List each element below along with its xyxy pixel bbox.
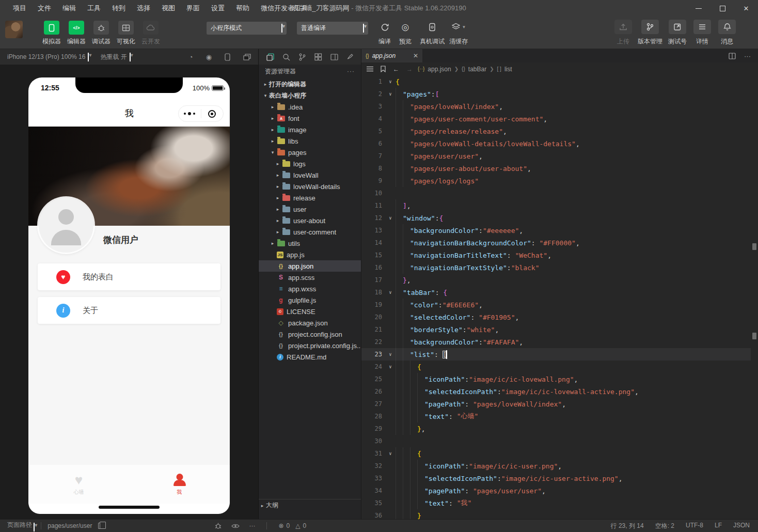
code-line-2[interactable]: 2∨"pages":[	[361, 88, 751, 100]
compile-dropdown[interactable]: 普通编译▼	[297, 22, 368, 35]
git-icon[interactable]	[297, 52, 307, 62]
menu-item-8[interactable]: 界面	[181, 0, 206, 17]
back-icon[interactable]: ←	[393, 66, 399, 73]
forward-icon[interactable]: →	[406, 66, 413, 73]
tree-item--[interactable]: ▾表白墙小程序	[259, 90, 361, 101]
test-account-button[interactable]	[669, 20, 686, 34]
chevron-right-icon[interactable]: ▸	[269, 241, 276, 246]
chevron-right-icon[interactable]: ▸	[274, 207, 281, 212]
tree-item-user-about[interactable]: ▸user-about	[259, 215, 361, 226]
editor-button[interactable]: </>	[69, 21, 84, 35]
code-line-25[interactable]: 25"iconPath":"image/ic/ic-lovewall.png",	[361, 373, 751, 385]
problems-indicator[interactable]: ⊗0 △0	[278, 522, 306, 529]
code-line-4[interactable]: 4"pages/user-comment/user-comment",	[361, 113, 751, 125]
tree-item-logs[interactable]: ▸logs	[259, 158, 361, 169]
menu-item-1[interactable]: 项目	[7, 0, 32, 17]
outline-section[interactable]: ▸ 大纲	[259, 499, 361, 511]
minimize-button[interactable]	[687, 0, 710, 17]
code-line-35[interactable]: 35"text": "我"	[361, 497, 751, 509]
code-line-26[interactable]: 26"selectedIconPath":"image/ic/ic-lovewa…	[361, 385, 751, 398]
details-button[interactable]	[693, 20, 711, 34]
code-line-7[interactable]: 7"pages/user/user",	[361, 150, 751, 162]
menu-item-7[interactable]: 视图	[156, 0, 181, 17]
hot-reload-toggle[interactable]: 热重载 开▼	[100, 53, 130, 61]
search-icon[interactable]	[281, 52, 291, 62]
close-button[interactable]: ✕	[734, 0, 758, 17]
copy-icon[interactable]	[98, 523, 103, 529]
debugger-button[interactable]	[93, 21, 109, 35]
split-editor-icon[interactable]	[729, 53, 736, 59]
chevron-down-icon[interactable]: ▾	[269, 150, 276, 155]
chevron-right-icon[interactable]: ▸	[269, 116, 276, 121]
chevron-down-icon[interactable]: ▾	[262, 93, 269, 98]
remote-debug-button[interactable]	[423, 20, 441, 34]
code-line-36[interactable]: 36}	[361, 509, 751, 519]
editor-layout-icon[interactable]	[329, 52, 339, 62]
clear-cache-button[interactable]: ▼	[450, 20, 467, 34]
status-encoding[interactable]: UTF-8	[686, 522, 703, 530]
tree-item-font[interactable]: ▸Afont	[259, 113, 361, 124]
mode-dropdown[interactable]: 小程序模式▼	[207, 22, 287, 35]
code-line-23[interactable]: 23∨"list": [	[361, 348, 751, 361]
menu-item-9[interactable]: 设置	[206, 0, 230, 17]
menu-item-6[interactable]: 选择	[131, 0, 156, 17]
fold-chevron-icon[interactable]: ∨	[385, 79, 396, 84]
version-control-button[interactable]	[641, 20, 659, 34]
code-line-31[interactable]: 31∨{	[361, 447, 751, 460]
code-line-8[interactable]: 8"pages/user-about/user-about",	[361, 162, 751, 175]
tree-item-user-comment[interactable]: ▸user-comment	[259, 226, 361, 238]
code-line-12[interactable]: 12∨"window":{	[361, 212, 751, 224]
code-line-13[interactable]: 13"backgroundColor":"#eeeeee",	[361, 224, 751, 237]
menu-item-2[interactable]: 文件	[32, 0, 57, 17]
tree-item-utils[interactable]: ▸utils	[259, 238, 361, 249]
menu-item-3[interactable]: 编辑	[57, 0, 82, 17]
code-line-20[interactable]: 20"selectedColor": "#F01905",	[361, 311, 751, 323]
code-line-11[interactable]: 11],	[361, 199, 751, 212]
tree-item-app.scss[interactable]: Sapp.scss	[259, 272, 361, 283]
menu-item-11[interactable]: 微信开发者工具	[255, 0, 313, 17]
extensions-icon[interactable]	[313, 52, 323, 62]
compile-button[interactable]	[376, 20, 393, 34]
maximize-button[interactable]	[710, 0, 734, 17]
chevron-right-icon[interactable]: ▸	[274, 195, 281, 200]
breadcrumb-item-list[interactable]: list	[504, 66, 512, 73]
more-button[interactable]	[179, 112, 201, 115]
code-line-29[interactable]: 29},	[361, 423, 751, 435]
editor-scrollbar[interactable]	[751, 75, 758, 519]
explorer-more-button[interactable]: ···	[347, 68, 355, 75]
fold-chevron-icon[interactable]: ∨	[385, 215, 396, 221]
chevron-right-icon[interactable]: ▸	[269, 138, 276, 144]
device-selector[interactable]: iPhone 12/13 (Pro) 100% 16▼	[7, 53, 89, 61]
bookmark-icon[interactable]	[381, 66, 386, 72]
chevron-right-icon[interactable]: ▸	[269, 104, 276, 109]
tree-item-libs[interactable]: ▸libs	[259, 135, 361, 147]
theme-brush-icon[interactable]	[345, 52, 355, 62]
close-icon[interactable]: ✕	[413, 52, 418, 59]
simulator-button[interactable]	[44, 21, 59, 35]
status-cursor-position[interactable]: 行 23, 列 14	[611, 522, 644, 530]
home-indicator[interactable]	[99, 506, 160, 509]
tree-item-app.wxss[interactable]: ≡app.wxss	[259, 283, 361, 294]
more-actions-icon[interactable]: ···	[744, 52, 751, 60]
menu-item-4[interactable]: 工具	[82, 0, 106, 17]
code-line-6[interactable]: 6"pages/loveWall-details/loveWall-detail…	[361, 137, 751, 150]
bug-icon[interactable]	[214, 522, 222, 529]
code-line-18[interactable]: 18∨"tabBar": {	[361, 286, 751, 299]
tree-item-pages[interactable]: ▾pages	[259, 147, 361, 158]
fold-chevron-icon[interactable]: ∨	[385, 352, 396, 357]
tab-heart-wall[interactable]: ♥ 心墙	[28, 465, 129, 504]
user-avatar[interactable]	[5, 21, 23, 38]
code-line-32[interactable]: 32"iconPath":"image/ic/ic-user.png",	[361, 460, 751, 472]
code-line-17[interactable]: 17},	[361, 274, 751, 286]
close-capsule-button[interactable]	[201, 110, 224, 118]
tab-me[interactable]: 我	[129, 465, 230, 504]
code-line-5[interactable]: 5"pages/release/release",	[361, 125, 751, 137]
tree-item-release[interactable]: ▸release	[259, 192, 361, 204]
avatar[interactable]	[39, 198, 93, 253]
tree-item-user[interactable]: ▸user	[259, 204, 361, 215]
cloud-dev-button[interactable]	[143, 21, 159, 35]
files-icon[interactable]	[265, 52, 275, 62]
code-line-21[interactable]: 21"borderStyle":"white",	[361, 323, 751, 336]
chevron-right-icon[interactable]: ▸	[274, 173, 281, 178]
tab-app-json[interactable]: {} app.json ✕	[361, 49, 422, 62]
